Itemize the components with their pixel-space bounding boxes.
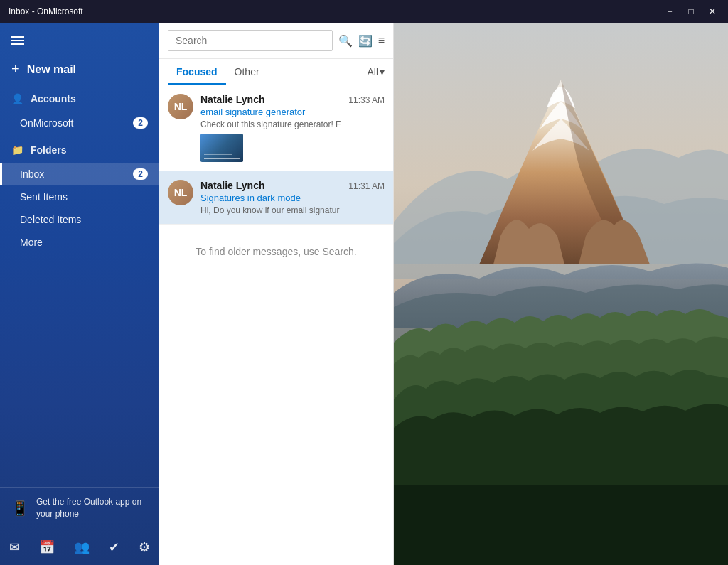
tab-all[interactable]: All ▾ xyxy=(367,66,385,77)
email-panel: 🔍 🔄 ≡ Focused Other All ▾ NL xyxy=(159,23,394,565)
email-header-2: Natalie Lynch 11:31 AM xyxy=(200,180,385,191)
email-time-1: 11:33 AM xyxy=(348,95,385,105)
filter-icon[interactable]: ≡ xyxy=(378,34,385,48)
phone-icon: 📱 xyxy=(11,500,29,517)
get-app-section[interactable]: 📱 Get the free Outlook app on your phone xyxy=(0,487,159,529)
sidebar-item-inbox[interactable]: Inbox 2 xyxy=(0,163,159,185)
search-input[interactable] xyxy=(168,30,333,51)
email-subject-1: email signature generator xyxy=(200,107,385,117)
window-title: Inbox - OnMicrosoft xyxy=(9,6,83,16)
email-subject-2: Signatures in dark mode xyxy=(200,193,385,203)
sidebar-item-sent-items[interactable]: Sent Items xyxy=(0,185,159,208)
title-bar: Inbox - OnMicrosoft − □ ✕ xyxy=(0,0,728,23)
window-controls: − □ ✕ xyxy=(660,4,722,18)
deleted-items-label: Deleted Items xyxy=(20,214,81,225)
account-item-onmicrosoft[interactable]: OnMicrosoft 2 xyxy=(0,112,159,134)
tasks-icon[interactable]: ✔ xyxy=(105,535,124,559)
close-button[interactable]: ✕ xyxy=(702,4,722,18)
email-item-2[interactable]: NL Natalie Lynch 11:31 AM Signatures in … xyxy=(159,171,393,225)
maximize-button[interactable]: □ xyxy=(681,4,701,18)
email-preview-2: Hi, Do you know if our email signatur xyxy=(200,205,385,215)
accounts-label: Accounts xyxy=(31,93,76,104)
account-badge: 2 xyxy=(133,117,148,129)
email-content-1: Natalie Lynch 11:33 AM email signature g… xyxy=(200,94,385,162)
right-panel xyxy=(394,23,728,565)
folders-section-header: 📁 Folders xyxy=(0,137,159,163)
tab-focused[interactable]: Focused xyxy=(168,59,226,85)
account-name: OnMicrosoft xyxy=(20,117,73,129)
sender-name-2: Natalie Lynch xyxy=(200,180,265,191)
plus-icon: + xyxy=(11,61,20,77)
mail-icon[interactable]: ✉ xyxy=(5,535,24,559)
email-header-1: Natalie Lynch 11:33 AM xyxy=(200,94,385,105)
inbox-badge: 2 xyxy=(133,168,148,180)
sender-name-1: Natalie Lynch xyxy=(200,94,265,105)
email-content-2: Natalie Lynch 11:31 AM Signatures in dar… xyxy=(200,180,385,215)
sidebar-bottom-bar: ✉ 📅 👥 ✔ ⚙ xyxy=(0,529,159,565)
sidebar: + New mail 👤 Accounts OnMicrosoft 2 📁 Fo… xyxy=(0,23,159,565)
folder-icon: 📁 xyxy=(11,144,23,156)
email-list: NL Natalie Lynch 11:33 AM email signatur… xyxy=(159,85,393,565)
email-item-1[interactable]: NL Natalie Lynch 11:33 AM email signatur… xyxy=(159,85,393,171)
avatar-1: NL xyxy=(168,94,193,119)
settings-icon[interactable]: ⚙ xyxy=(134,535,154,559)
tab-other[interactable]: Other xyxy=(226,59,268,85)
accounts-section-header: 👤 Accounts xyxy=(0,86,159,112)
person-icon: 👤 xyxy=(11,93,23,104)
search-icon[interactable]: 🔍 xyxy=(338,34,353,48)
mountain-background xyxy=(394,23,728,565)
more-label: More xyxy=(20,237,43,248)
new-mail-label: New mail xyxy=(27,63,76,76)
minimize-button[interactable]: − xyxy=(660,4,680,18)
app-container: + New mail 👤 Accounts OnMicrosoft 2 📁 Fo… xyxy=(0,23,728,565)
folders-label: Folders xyxy=(31,144,67,156)
older-messages-hint: To find older messages, use Search. xyxy=(159,225,393,279)
email-preview-1: Check out this signature generator! F xyxy=(200,119,385,129)
people-icon[interactable]: 👥 xyxy=(70,535,94,559)
chevron-down-icon: ▾ xyxy=(380,66,385,77)
sent-items-label: Sent Items xyxy=(20,191,68,203)
email-thumbnail-1 xyxy=(200,134,243,162)
sidebar-item-more[interactable]: More xyxy=(0,231,159,254)
svg-rect-1 xyxy=(394,485,728,565)
tab-bar: Focused Other All ▾ xyxy=(159,59,393,85)
email-time-2: 11:31 AM xyxy=(348,181,385,191)
sidebar-item-deleted-items[interactable]: Deleted Items xyxy=(0,208,159,231)
search-bar: 🔍 🔄 ≡ xyxy=(159,23,393,59)
calendar-icon[interactable]: 📅 xyxy=(35,535,59,559)
get-app-text: Get the free Outlook app on your phone xyxy=(36,496,148,520)
new-mail-button[interactable]: + New mail xyxy=(0,53,159,86)
refresh-icon[interactable]: 🔄 xyxy=(358,34,373,48)
inbox-label: Inbox xyxy=(20,168,44,180)
toolbar-icons: 🔄 ≡ xyxy=(358,34,385,48)
avatar-2: NL xyxy=(168,180,193,205)
hamburger-button[interactable] xyxy=(0,23,159,53)
